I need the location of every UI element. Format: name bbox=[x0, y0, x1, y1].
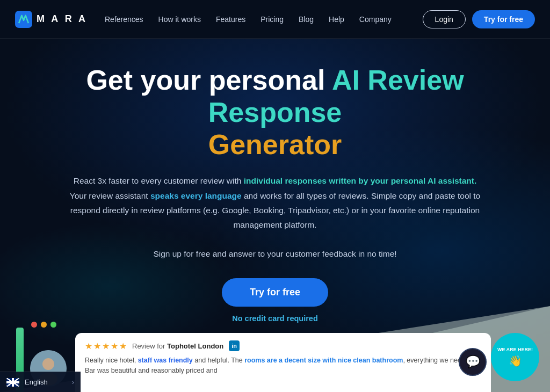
hero-description: React 3x faster to every customer review… bbox=[55, 173, 495, 261]
nav-blog[interactable]: Blog bbox=[299, 15, 314, 24]
review-text: Really nice hotel, staff was friendly an… bbox=[85, 355, 481, 376]
nav-features[interactable]: Features bbox=[216, 15, 245, 24]
nav-pricing[interactable]: Pricing bbox=[260, 15, 284, 24]
hero-desc-part2: Your review assistant bbox=[70, 191, 150, 200]
star-4: ★ bbox=[111, 341, 118, 351]
dot-green bbox=[50, 322, 56, 328]
nav-help[interactable]: Help bbox=[329, 15, 344, 24]
review-for-text: Review for bbox=[132, 342, 167, 350]
bottom-section: ★ ★ ★ ★ ★ Review for Tophotel London in … bbox=[0, 285, 550, 392]
star-rating: ★ ★ ★ ★ ★ bbox=[85, 341, 127, 351]
nav-company[interactable]: Company bbox=[359, 15, 392, 24]
we-are-here-badge: We Are Here! 👋 bbox=[491, 333, 539, 381]
star-5: ★ bbox=[119, 341, 127, 351]
nav-links: References How it works Features Pricing… bbox=[105, 15, 423, 24]
we-are-here-text: We Are Here! bbox=[497, 347, 533, 353]
navbar: M A R A References How it works Features… bbox=[0, 0, 550, 39]
review-highlight1: staff was friendly bbox=[138, 357, 193, 364]
star-2: ★ bbox=[93, 341, 101, 351]
dot-yellow bbox=[41, 322, 47, 328]
hero-desc-highlight1: individual responses written by your per… bbox=[244, 176, 477, 185]
review-text-part2: and helpful. The bbox=[193, 357, 244, 364]
chat-icon: 💬 bbox=[466, 355, 480, 369]
review-text-part4: and bbox=[204, 367, 217, 374]
hero-title-part1: Get your personal bbox=[86, 64, 332, 96]
review-title: Review for Tophotel London bbox=[132, 342, 223, 350]
login-button[interactable]: Login bbox=[423, 10, 466, 28]
hero-desc-part4: Sign up for free and answer to your cust… bbox=[153, 249, 396, 258]
dot-red bbox=[31, 322, 37, 328]
hero-title: Get your personal AI Review Response Gen… bbox=[12, 64, 538, 161]
logo-icon bbox=[15, 11, 32, 28]
review-text-part1: Really nice hotel, bbox=[85, 357, 138, 364]
chat-bubble[interactable]: 💬 bbox=[459, 348, 487, 376]
review-highlight2: rooms are a decent size with nice clean … bbox=[244, 357, 403, 364]
hero-title-part3: Generator bbox=[208, 129, 342, 160]
nav-how-it-works[interactable]: How it works bbox=[158, 15, 201, 24]
star-1: ★ bbox=[85, 341, 92, 351]
language-label: English bbox=[25, 378, 48, 386]
hero-desc-highlight2: speaks every language bbox=[150, 191, 242, 200]
hotel-name: Tophotel London bbox=[167, 342, 223, 350]
hero-desc-part1: React 3x faster to every customer review… bbox=[74, 176, 244, 185]
logo-text: M A R A bbox=[37, 13, 88, 25]
nav-actions: Login Try for free bbox=[423, 10, 535, 28]
chevron-right-icon: › bbox=[72, 379, 74, 386]
logo[interactable]: M A R A bbox=[15, 11, 88, 28]
svg-point-2 bbox=[42, 358, 54, 370]
review-card: ★ ★ ★ ★ ★ Review for Tophotel London in … bbox=[75, 333, 491, 392]
nav-try-button[interactable]: Try for free bbox=[472, 10, 535, 28]
we-are-here-hand: 👋 bbox=[509, 354, 522, 367]
window-dots bbox=[31, 322, 56, 328]
star-3: ★ bbox=[102, 341, 110, 351]
review-card-header: ★ ★ ★ ★ ★ Review for Tophotel London in bbox=[85, 340, 481, 351]
flag-icon bbox=[6, 378, 19, 387]
language-selector[interactable]: English › bbox=[0, 372, 81, 392]
nav-references[interactable]: References bbox=[105, 15, 143, 24]
linkedin-icon: in bbox=[229, 340, 240, 351]
